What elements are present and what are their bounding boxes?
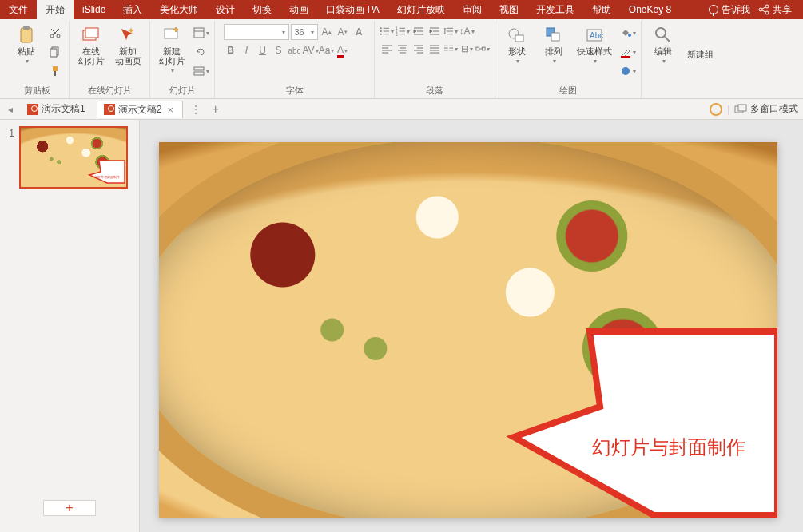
tell-me-button[interactable]: 告诉我 [709, 3, 750, 17]
tab-insert[interactable]: 插入 [114, 0, 151, 19]
tab-pocket[interactable]: 口袋动画 PA [317, 0, 388, 19]
tab-help[interactable]: 帮助 [583, 0, 620, 19]
group-label: 段落 [426, 83, 443, 98]
prev-doc-button[interactable]: ◂ [5, 104, 16, 115]
change-case-button[interactable]: Aa▾ [320, 43, 334, 58]
tab-islide[interactable]: iSlide [74, 0, 114, 19]
group-font: ▾ 36▾ A▴ A▾ A̷ B I U S abc AV▾ Aa▾ A▾ 字体 [215, 21, 375, 98]
shape-fill-button[interactable]: ▾ [618, 24, 636, 42]
online-slides-button[interactable]: 在线 幻灯片 [74, 24, 108, 67]
tab-design[interactable]: 设计 [207, 0, 244, 19]
svg-point-2 [765, 11, 769, 14]
multi-window-button[interactable]: 多窗口模式 [734, 102, 798, 116]
copy-icon [49, 46, 62, 58]
tab-animations[interactable]: 动画 [280, 0, 317, 19]
doc-menu-button[interactable]: ⋮ [188, 104, 204, 115]
settings-button[interactable] [710, 103, 722, 116]
shapes-button[interactable]: 形状▾ [500, 24, 534, 66]
tab-home[interactable]: 开始 [37, 0, 74, 19]
effects-icon [619, 65, 632, 77]
doc-tab-2[interactable]: 演示文稿2 × [97, 101, 183, 118]
group-label: 剪贴板 [24, 83, 50, 98]
decrease-font-button[interactable]: A▾ [336, 25, 350, 39]
group-slides: 新建 幻灯片 ▾ ▾ ▾ 幻灯片 [150, 21, 215, 98]
increase-indent-button[interactable] [427, 24, 442, 38]
new-doc-button[interactable]: + [209, 102, 222, 117]
slide-thumbnail-1[interactable]: 幻灯片与封面制作 [19, 126, 128, 189]
slide-canvas-area[interactable]: 幻灯片与封面制作 [140, 120, 803, 532]
arrange-button[interactable]: 排列▾ [537, 24, 570, 66]
font-size-selector[interactable]: 36▾ [291, 24, 318, 40]
align-text-button[interactable]: ⊟▾ [459, 42, 474, 56]
close-tab-button[interactable]: × [165, 104, 176, 116]
shape-outline-button[interactable]: ▾ [618, 43, 636, 61]
tab-review[interactable]: 审阅 [454, 0, 491, 19]
cut-button[interactable] [46, 24, 64, 42]
shape-effects-button[interactable]: ▾ [618, 62, 636, 80]
align-center-button[interactable] [396, 42, 410, 56]
outdent-icon [413, 26, 424, 37]
tell-me-label: 告诉我 [722, 3, 750, 17]
increase-font-button[interactable]: A▴ [320, 25, 334, 39]
reset-button[interactable] [192, 43, 209, 61]
title-bar: 文件 开始 iSlide 插入 美化大师 设计 切换 动画 口袋动画 PA 幻灯… [0, 0, 803, 19]
paste-button[interactable]: 粘贴 ▾ [10, 24, 43, 66]
line-spacing-button[interactable]: ▾ [443, 24, 458, 38]
share-button[interactable]: 共享 [758, 3, 792, 17]
doc-tab-1[interactable]: 演示文稿1 [21, 101, 92, 117]
tab-onekey[interactable]: OneKey 8 [620, 0, 680, 19]
add-slide-button[interactable]: + [43, 500, 96, 516]
editing-button[interactable]: 编辑▾ [646, 24, 680, 66]
pen-icon [619, 46, 632, 58]
shadow-button[interactable]: abc [288, 43, 302, 58]
new-animation-page-button[interactable]: 新加 动画页 [111, 24, 145, 67]
svg-text:Abc: Abc [590, 31, 603, 40]
tab-view[interactable]: 视图 [491, 0, 527, 19]
quick-styles-button[interactable]: Abc 快速样式▾ [574, 24, 615, 66]
new-group-button[interactable]: 新建组 [683, 24, 717, 61]
chevron-down-icon: ▾ [171, 67, 174, 74]
svg-rect-24 [482, 47, 485, 50]
powerpoint-icon [27, 104, 38, 115]
callout-text[interactable]: 幻灯片与封面制作 [592, 435, 745, 460]
tab-slideshow[interactable]: 幻灯片放映 [388, 0, 454, 19]
svg-point-33 [622, 67, 630, 75]
columns-button[interactable]: ▾ [443, 42, 458, 56]
italic-button[interactable]: I [240, 43, 254, 58]
font-color-button[interactable]: A▾ [336, 43, 350, 58]
slide[interactable]: 幻灯片与封面制作 [159, 142, 777, 518]
svg-rect-16 [194, 72, 204, 75]
layout-button[interactable]: ▾ [192, 24, 209, 42]
copy-button[interactable] [46, 43, 64, 61]
doc-tab-label: 演示文稿2 [118, 103, 162, 117]
tab-developer[interactable]: 开发工具 [527, 0, 583, 19]
decrease-indent-button[interactable] [411, 24, 426, 38]
font-family-selector[interactable]: ▾ [224, 24, 289, 40]
format-painter-button[interactable] [46, 62, 64, 80]
workspace: 1 幻灯片与封面制作 + 幻灯片与封面制作 [0, 120, 803, 532]
tab-file[interactable]: 文件 [0, 0, 37, 19]
bold-button[interactable]: B [224, 43, 238, 58]
arrange-icon [544, 26, 563, 45]
svg-rect-32 [621, 56, 630, 58]
strike-button[interactable]: S [272, 43, 286, 58]
numbering-icon: 123 [396, 26, 406, 37]
callout-shape[interactable]: 幻灯片与封面制作 [514, 332, 777, 518]
align-left-button[interactable] [380, 42, 394, 56]
svg-rect-36 [738, 105, 746, 111]
underline-button[interactable]: U [256, 43, 270, 58]
lightbulb-icon [709, 5, 718, 14]
new-slide-button[interactable]: 新建 幻灯片 ▾ [155, 24, 189, 76]
bullets-button[interactable]: ▾ [380, 24, 394, 38]
tab-transitions[interactable]: 切换 [244, 0, 280, 19]
char-spacing-button[interactable]: AV▾ [304, 43, 318, 58]
tab-beautify[interactable]: 美化大师 [151, 0, 207, 19]
numbering-button[interactable]: 123▾ [396, 24, 410, 38]
align-right-button[interactable] [411, 42, 426, 56]
justify-button[interactable] [427, 42, 442, 56]
clear-format-button[interactable]: A̷ [352, 25, 366, 39]
section-button[interactable]: ▾ [192, 62, 209, 80]
smartart-button[interactable]: ▾ [475, 42, 490, 56]
text-direction-button[interactable]: ↕A▾ [459, 24, 474, 38]
text-direction-icon: ↕A [459, 26, 471, 37]
